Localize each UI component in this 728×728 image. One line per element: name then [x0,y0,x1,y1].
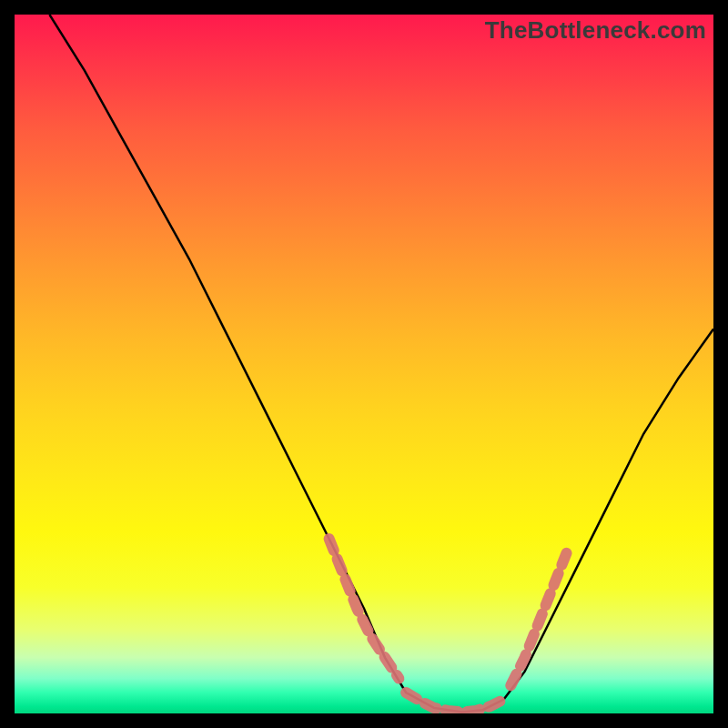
highlight-segment-2 [511,552,566,685]
highlight-segment-1 [406,693,503,713]
chart-frame: TheBottleneck.com [0,0,728,728]
plot-area: TheBottleneck.com [15,15,713,713]
curve-line [49,15,713,713]
chart-svg [15,15,713,713]
